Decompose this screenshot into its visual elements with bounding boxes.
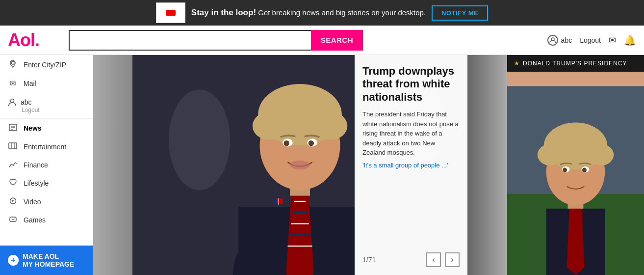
- notify-sub: Get breaking news and big stories on you…: [258, 8, 426, 17]
- sidebar-city-zip-label: Enter City/ZIP: [24, 61, 66, 69]
- header: Aol. SEARCH abc Logout ✉ 🔔: [0, 26, 644, 55]
- search-input[interactable]: [69, 30, 311, 51]
- notify-strong: Stay in the loop!: [191, 8, 256, 17]
- svg-marker-45: [567, 199, 585, 275]
- sidebar-username: abc: [8, 98, 85, 107]
- sidebar-user-icon: [8, 98, 17, 107]
- sidebar-item-finance[interactable]: Finance: [0, 156, 93, 174]
- svg-marker-11: [12, 200, 14, 202]
- right-side-col: [467, 55, 507, 275]
- svg-point-35: [283, 140, 289, 146]
- sidebar-video-label: Video: [24, 198, 41, 206]
- video-icon: [8, 197, 18, 206]
- sidebar-lifestyle-label: Lifestyle: [24, 179, 49, 187]
- location-icon: [8, 60, 18, 69]
- notification-icon: [156, 2, 185, 23]
- notification-bar: Stay in the loop! Get breaking news and …: [0, 0, 644, 26]
- right-panel: ★ DONALD TRUMP'S PRESIDENCY: [507, 55, 644, 275]
- next-arrow[interactable]: ›: [445, 252, 460, 267]
- bell-icon[interactable]: 🔔: [624, 34, 636, 46]
- username-label: abc: [561, 36, 572, 44]
- sidebar-games-label: Games: [24, 216, 46, 224]
- prev-arrow[interactable]: ‹: [426, 252, 441, 267]
- sidebar-item-entertainment[interactable]: Entertainment: [0, 138, 93, 156]
- svg-point-2: [11, 99, 14, 103]
- logout-link[interactable]: Logout: [580, 36, 601, 44]
- sidebar-item-city-zip[interactable]: Enter City/ZIP: [0, 55, 93, 74]
- notify-me-button[interactable]: NOTIFY ME: [432, 5, 488, 21]
- mail-sidebar-icon: ✉: [8, 79, 18, 88]
- sidebar-news-label: News: [24, 124, 42, 132]
- svg-point-32: [314, 112, 347, 140]
- sidebar: Enter City/ZIP ✉ Mail abc Logout News En…: [0, 55, 93, 275]
- svg-point-19: [169, 89, 230, 190]
- cta-line2: MY HOMEPAGE: [23, 260, 74, 268]
- svg-point-36: [309, 140, 314, 146]
- aol-logo: Aol.: [8, 30, 39, 51]
- svg-point-50: [588, 144, 614, 165]
- right-panel-title: DONALD TRUMP'S PRESIDENCY: [523, 60, 627, 67]
- news-icon: [8, 124, 18, 133]
- make-aol-homepage-button[interactable]: + MAKE AOL MY HOMEPAGE: [0, 246, 93, 275]
- content-area: Trump downplays threat from white nation…: [93, 55, 644, 275]
- svg-point-31: [253, 112, 286, 140]
- svg-point-37: [290, 161, 310, 169]
- sidebar-item-mail[interactable]: ✉ Mail: [0, 74, 93, 93]
- sidebar-entertainment-label: Entertainment: [24, 143, 66, 151]
- svg-point-16: [14, 220, 15, 220]
- games-icon: [8, 216, 18, 224]
- main-layout: Enter City/ZIP ✉ Mail abc Logout News En…: [0, 55, 644, 275]
- news-card: Trump downplays threat from white nation…: [355, 55, 467, 275]
- logo-text: Aol.: [8, 30, 39, 50]
- search-button[interactable]: SEARCH: [311, 30, 363, 51]
- svg-point-15: [14, 219, 15, 220]
- user-avatar-icon: [547, 35, 558, 46]
- mail-icon[interactable]: ✉: [609, 35, 616, 46]
- svg-point-53: [563, 168, 567, 172]
- sidebar-item-games[interactable]: Games: [0, 211, 93, 229]
- header-right: abc Logout ✉ 🔔: [547, 34, 636, 46]
- svg-point-54: [582, 168, 587, 172]
- svg-rect-39: [275, 198, 277, 204]
- left-side-col: [93, 55, 132, 275]
- news-body: The president said Friday that white nat…: [362, 110, 460, 158]
- star-icon: ★: [514, 60, 520, 67]
- svg-point-49: [538, 144, 563, 165]
- sidebar-item-news[interactable]: News: [0, 119, 93, 138]
- entertainment-icon: [8, 142, 18, 151]
- nav-arrows: ‹ ›: [426, 252, 460, 267]
- user-section: abc Logout: [0, 93, 93, 119]
- plus-icon: +: [8, 255, 19, 266]
- sidebar-username-label: abc: [21, 98, 32, 106]
- cta-line1: MAKE AOL: [23, 252, 74, 260]
- search-container: SEARCH: [69, 30, 363, 51]
- right-panel-trump-image: [507, 72, 644, 275]
- svg-point-1: [11, 61, 14, 64]
- hero-section: Trump downplays threat from white nation…: [132, 55, 467, 275]
- right-panel-image: [507, 72, 644, 275]
- news-headline: Trump downplays threat from white nation…: [362, 65, 460, 104]
- sidebar-item-lifestyle[interactable]: Lifestyle: [0, 174, 93, 192]
- slide-counter: 1/71: [362, 256, 376, 264]
- svg-rect-7: [9, 143, 17, 149]
- finance-icon: [8, 161, 18, 169]
- sidebar-logout-label[interactable]: Logout: [22, 107, 85, 113]
- sidebar-mail-label: Mail: [24, 80, 36, 87]
- read-more-link[interactable]: 'It's a small group of people ...': [362, 162, 460, 169]
- sidebar-item-video[interactable]: Video: [0, 192, 93, 211]
- right-panel-header: ★ DONALD TRUMP'S PRESIDENCY: [507, 55, 644, 72]
- lifestyle-icon: [8, 179, 18, 188]
- user-info: abc: [547, 35, 572, 46]
- cta-text: MAKE AOL MY HOMEPAGE: [23, 252, 74, 268]
- notify-text: Stay in the loop! Get breaking news and …: [191, 8, 426, 18]
- sidebar-finance-label: Finance: [24, 161, 48, 169]
- news-card-footer: 1/71 ‹ ›: [362, 252, 460, 267]
